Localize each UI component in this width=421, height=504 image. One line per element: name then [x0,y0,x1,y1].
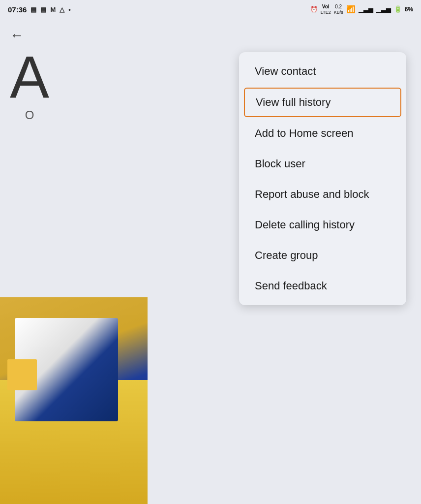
menu-item-add-to-home[interactable]: Add to Home screen [239,118,406,149]
gmail-icon: M [50,6,56,13]
menu-item-report-abuse[interactable]: Report abuse and block [239,179,406,210]
dot-icon: • [68,6,71,13]
contact-photo [0,297,148,504]
alert-icon: △ [60,6,64,13]
network-info: Vol LTE2 [321,4,331,15]
wifi-icon: 📶 [346,5,356,14]
dropdown-menu: View contact View full history Add to Ho… [239,52,406,305]
status-left: 07:36 ▤ ▤ M △ • [8,5,71,14]
doc-icon-2: ▤ [40,6,46,13]
status-right: ⏰ Vol LTE2 0.2 KB/s 📶 ▁▃▅ ▁▃▅ 🔋 6% [310,4,413,15]
signal-icon-1: ▁▃▅ [359,5,373,13]
time-display: 07:36 [8,5,27,14]
battery-percent: 6% [405,6,413,13]
menu-item-block-user[interactable]: Block user [239,149,406,179]
menu-item-view-full-history[interactable]: View full history [244,88,401,117]
speed-info: 0.2 KB/s [334,4,343,15]
alarm-icon: ⏰ [310,6,318,13]
battery-icon: 🔋 [394,5,402,13]
doc-icon-1: ▤ [30,6,36,13]
photo-placeholder [0,297,148,504]
avatar-letter: A [10,47,49,106]
menu-item-view-contact[interactable]: View contact [239,56,406,87]
main-content: ← A O View contact View full history Add… [0,18,421,504]
contact-area: A O [10,47,49,122]
status-bar: 07:36 ▤ ▤ M △ • ⏰ Vol LTE2 0.2 KB/s 📶 ▁▃… [0,0,421,18]
menu-item-send-feedback[interactable]: Send feedback [239,271,406,301]
back-button[interactable]: ← [10,28,24,43]
contact-subtext: O [25,108,34,122]
menu-item-delete-history[interactable]: Delete calling history [239,210,406,240]
signal-icon-2: ▁▃▅ [376,5,391,13]
menu-item-create-group[interactable]: Create group [239,240,406,271]
